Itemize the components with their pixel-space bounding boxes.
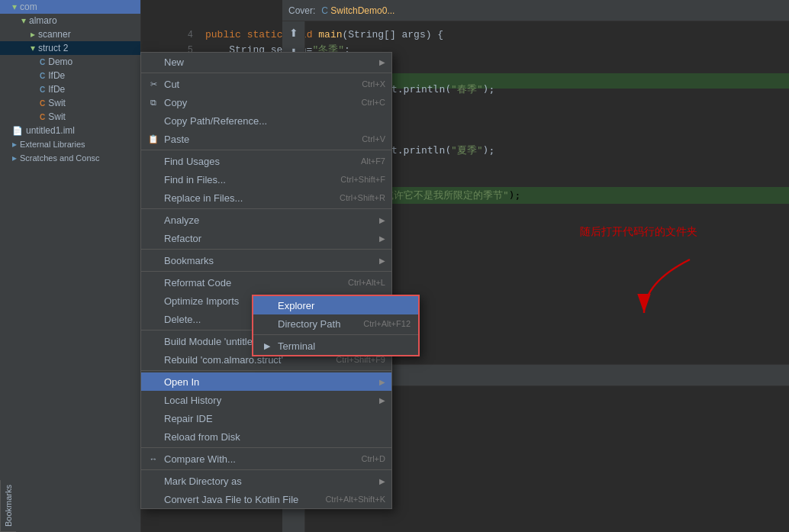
paste-icon: 📋 bbox=[147, 134, 159, 144]
local-history-arrow-icon: ▶ bbox=[379, 396, 385, 405]
menu-item-paste[interactable]: 📋 Paste Ctrl+V bbox=[141, 130, 391, 148]
tree-item-swit1[interactable]: C Swit bbox=[0, 96, 140, 110]
new-arrow-icon: ▶ bbox=[379, 58, 385, 66]
reformat-shortcut: Ctrl+Alt+L bbox=[348, 278, 385, 287]
menu-item-find-files[interactable]: Find in Files... Ctrl+Shift+F bbox=[141, 170, 391, 189]
paste-shortcut: Ctrl+V bbox=[362, 134, 385, 143]
divider-8 bbox=[141, 447, 391, 448]
menu-label-refactor: Refactor bbox=[164, 233, 375, 244]
compare-shortcut: Ctrl+D bbox=[362, 454, 385, 463]
folder-icon-struct: ▾ bbox=[31, 43, 35, 53]
menu-label-local-history: Local History bbox=[164, 395, 375, 406]
menu-item-mark-directory[interactable]: Mark Directory as ▶ bbox=[141, 472, 391, 490]
mark-directory-arrow-icon: ▶ bbox=[379, 477, 385, 485]
context-menu: New ▶ ✂ Cut Ctrl+X ⧉ Copy Ctrl+C Copy Pa… bbox=[140, 52, 392, 509]
bookmarks-arrow-icon: ▶ bbox=[379, 256, 385, 265]
menu-label-find-files: Find in Files... bbox=[164, 174, 336, 185]
tree-label-struct: struct 2 bbox=[38, 43, 68, 53]
menu-item-reformat[interactable]: Reformat Code Ctrl+Alt+L bbox=[141, 273, 391, 292]
submenu-item-explorer[interactable]: Explorer bbox=[253, 296, 418, 314]
submenu-item-directory-path[interactable]: Directory Path Ctrl+Alt+F12 bbox=[253, 314, 418, 333]
menu-item-refactor[interactable]: Refactor ▶ bbox=[141, 229, 391, 247]
tree-item-ifde1[interactable]: C IfDe bbox=[0, 69, 140, 82]
menu-item-local-history[interactable]: Local History ▶ bbox=[141, 391, 391, 409]
menu-item-analyze[interactable]: Analyze ▶ bbox=[141, 211, 391, 229]
tree-label-ext: External Libraries bbox=[20, 140, 85, 149]
submenu-label-explorer: Explorer bbox=[278, 300, 411, 311]
tree-item-ifde2[interactable]: C IfDe bbox=[0, 82, 140, 96]
menu-item-reload-disk[interactable]: Reload from Disk bbox=[141, 427, 391, 446]
tree-item-scanner[interactable]: ▸ scanner bbox=[0, 27, 140, 41]
submenu-label-terminal: Terminal bbox=[278, 340, 411, 352]
tree-item-com[interactable]: ▾ com bbox=[0, 0, 140, 14]
tree-label-scratch: Scratches and Consc bbox=[20, 153, 100, 163]
bookmarks-area: Bookmarks bbox=[0, 480, 141, 532]
menu-item-new[interactable]: New ▶ bbox=[141, 53, 391, 71]
divider-3 bbox=[141, 208, 391, 209]
divider-2 bbox=[141, 150, 391, 150]
menu-label-open-in: Open In bbox=[164, 376, 375, 388]
menu-label-new: New bbox=[164, 56, 375, 68]
tree-item-external[interactable]: ▸ External Libraries bbox=[0, 137, 140, 151]
menu-item-find-usages[interactable]: Find Usages Alt+F7 bbox=[141, 152, 391, 170]
tree-item-demo[interactable]: C Demo bbox=[0, 55, 140, 69]
tree-label-com: com bbox=[20, 2, 37, 12]
bookmarks-tab[interactable]: Bookmarks bbox=[0, 480, 16, 532]
convert-java-shortcut: Ctrl+Alt+Shift+K bbox=[325, 495, 385, 504]
tree-item-almaro[interactable]: ▾ almaro bbox=[0, 14, 140, 27]
compare-icon: ↔ bbox=[147, 454, 159, 463]
menu-item-open-in[interactable]: Open In ▶ bbox=[141, 372, 391, 391]
find-files-shortcut: Ctrl+Shift+F bbox=[340, 175, 385, 184]
java-icon-ifde1: C bbox=[40, 72, 45, 80]
analyze-arrow-icon: ▶ bbox=[379, 216, 385, 224]
divider-7 bbox=[141, 370, 391, 371]
menu-label-reformat: Reformat Code bbox=[164, 277, 343, 289]
ide-layout: ▾ com ▾ almaro ▸ scanner ▾ struct 2 C De… bbox=[0, 0, 789, 532]
menu-item-replace-files[interactable]: Replace in Files... Ctrl+Shift+R bbox=[141, 189, 391, 207]
folder-icon-scanner: ▸ bbox=[31, 29, 35, 40]
menu-label-convert-java: Convert Java File to Kotlin File bbox=[164, 494, 320, 505]
tree-label-iml: untitled1.iml bbox=[26, 125, 75, 136]
menu-label-mark-directory: Mark Directory as bbox=[164, 476, 375, 487]
menu-item-repair-ide[interactable]: Repair IDE bbox=[141, 409, 391, 427]
menu-label-bookmarks: Bookmarks bbox=[164, 255, 375, 266]
tree-label-ifde1: IfDe bbox=[48, 70, 65, 81]
folder-icon-ext: ▸ bbox=[12, 139, 17, 150]
cut-shortcut: Ctrl+X bbox=[362, 79, 385, 89]
menu-label-repair-ide: Repair IDE bbox=[164, 413, 385, 424]
menu-item-cut[interactable]: ✂ Cut Ctrl+X bbox=[141, 75, 391, 93]
menu-label-copy: Copy bbox=[164, 97, 357, 108]
tree-item-swit2[interactable]: C Swit bbox=[0, 110, 140, 124]
java-icon-demo: C bbox=[40, 58, 45, 66]
menu-label-copy-path: Copy Path/Reference... bbox=[164, 115, 385, 127]
directory-path-shortcut: Ctrl+Alt+F12 bbox=[363, 319, 411, 328]
submenu-item-terminal[interactable]: ▶ Terminal bbox=[253, 337, 418, 355]
menu-label-reload-disk: Reload from Disk bbox=[164, 431, 385, 443]
file-icon: C bbox=[321, 5, 328, 16]
folder-expand-icon: ▾ bbox=[12, 2, 17, 12]
code-line-4: 4 public static void main(String[] args)… bbox=[164, 27, 789, 43]
refactor-arrow-icon: ▶ bbox=[379, 234, 385, 243]
menu-item-convert-java[interactable]: Convert Java File to Kotlin File Ctrl+Al… bbox=[141, 490, 391, 508]
tree-label-almaro: almaro bbox=[29, 15, 57, 26]
java-icon-swit1: C bbox=[40, 99, 45, 108]
folder-icon-scratch: ▸ bbox=[12, 153, 17, 163]
divider-5 bbox=[141, 271, 391, 272]
tree-item-struct[interactable]: ▾ struct 2 bbox=[0, 41, 140, 55]
cover-file: C SwitchDemo0... bbox=[321, 5, 394, 16]
menu-item-bookmarks[interactable]: Bookmarks ▶ bbox=[141, 251, 391, 269]
tree-label-swit1: Swit bbox=[48, 98, 66, 108]
replace-files-shortcut: Ctrl+Shift+R bbox=[340, 193, 385, 202]
project-tree: ▾ com ▾ almaro ▸ scanner ▾ struct 2 C De… bbox=[0, 0, 141, 532]
java-icon-swit2: C bbox=[40, 113, 45, 121]
menu-item-copy-path[interactable]: Copy Path/Reference... bbox=[141, 111, 391, 130]
menu-label-analyze: Analyze bbox=[164, 214, 375, 226]
copy-icon: ⧉ bbox=[147, 98, 159, 108]
toolbar-btn-1[interactable]: ⬆ bbox=[285, 24, 302, 41]
menu-label-paste: Paste bbox=[164, 134, 357, 145]
tree-item-iml[interactable]: 📄 untitled1.iml bbox=[0, 124, 140, 137]
annotation-arrow bbox=[629, 252, 705, 328]
tree-item-scratches[interactable]: ▸ Scratches and Consc bbox=[0, 151, 140, 165]
menu-item-compare[interactable]: ↔ Compare With... Ctrl+D bbox=[141, 450, 391, 468]
menu-item-copy[interactable]: ⧉ Copy Ctrl+C bbox=[141, 93, 391, 111]
